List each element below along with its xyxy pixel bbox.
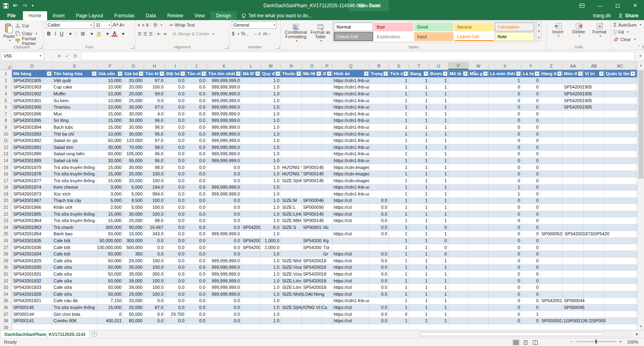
cell-Y16[interactable]: 0 — [522, 171, 540, 177]
cell-I12[interactable]: 0.0 — [165, 144, 186, 151]
select-all-corner[interactable] — [0, 62, 12, 70]
cell-U11[interactable]: 1 — [429, 137, 448, 144]
cell-AC24[interactable] — [605, 224, 636, 231]
cell-F4[interactable]: 10,000 — [97, 91, 123, 97]
cell-AC37[interactable] — [605, 311, 636, 318]
cell-AB8[interactable] — [584, 117, 605, 124]
cell-D30[interactable]: SP542001830 — [12, 264, 52, 271]
cell-P12[interactable] — [322, 144, 332, 151]
cell-H34[interactable]: 100.0 — [144, 291, 165, 298]
cell-O11[interactable] — [302, 137, 322, 144]
cell-E29[interactable]: Cafe sữa — [52, 257, 97, 264]
cell-T35[interactable]: 1 — [409, 298, 429, 305]
cell-G19[interactable]: 5,000 — [123, 191, 144, 198]
cell-V20[interactable] — [448, 198, 469, 204]
cell-AB17[interactable] — [584, 177, 605, 184]
cell-D28[interactable]: SP542001834 — [12, 251, 52, 257]
cell-H12[interactable]: 98.0 — [144, 144, 165, 151]
cell-K13[interactable]: 999,999,999.0 — [207, 151, 242, 158]
cell-S22[interactable]: 1 — [389, 211, 409, 218]
cell-Y17[interactable]: 0 — [522, 177, 540, 184]
cell-T29[interactable]: 1 — [409, 257, 429, 264]
cell-AA6[interactable]: SP542001905 — [563, 104, 584, 111]
cell-S29[interactable]: 1 — [389, 257, 409, 264]
cell-F3[interactable]: 10,000 — [97, 84, 123, 91]
cell-J35[interactable]: 0.0 — [186, 298, 207, 305]
zoom-slider-thumb[interactable] — [595, 340, 597, 344]
cell-I20[interactable]: 0.0 — [165, 198, 186, 204]
cell-D7[interactable]: SP542001896 — [12, 111, 52, 117]
cell-N32[interactable]: SIZE:Lớn| — [281, 278, 302, 284]
cell-U29[interactable]: 1 — [429, 257, 448, 264]
cell-G13[interactable]: 105,000 — [123, 151, 144, 158]
cell-X17[interactable]: 0 — [489, 177, 522, 184]
cell-AA19[interactable] — [563, 191, 584, 198]
cell-Y30[interactable]: 0 — [522, 264, 540, 271]
cell-X16[interactable]: 0 — [489, 171, 522, 177]
align-middle-icon[interactable]: ≡ — [142, 23, 144, 27]
cell-AB21[interactable] — [584, 204, 605, 211]
cell-Q10[interactable]: https://cdn1-fnb-use — [332, 131, 369, 138]
cell-P13[interactable] — [322, 151, 332, 158]
cell-H8[interactable]: 96.0 — [144, 117, 165, 124]
cell-Y31[interactable]: 0 — [522, 271, 540, 278]
cell-L37[interactable] — [242, 311, 261, 318]
cell-Z9[interactable] — [540, 124, 563, 131]
cell-I3[interactable]: 0.0 — [165, 84, 186, 91]
column-header-R[interactable]: R — [369, 62, 389, 70]
cell-E19[interactable]: Xúc xích — [52, 191, 97, 198]
cell-E6[interactable]: Tiramisu — [52, 104, 97, 111]
cell-J12[interactable]: 0.0 — [186, 144, 207, 151]
cell-R28[interactable]: 0.0 — [369, 251, 389, 257]
font-size-combo[interactable]: 11▾ — [94, 21, 112, 29]
column-header-V[interactable]: V — [448, 62, 469, 70]
cell-AC27[interactable] — [605, 244, 636, 251]
cell-R4[interactable] — [369, 91, 389, 97]
cell-W8[interactable] — [469, 117, 489, 124]
cell-G36[interactable]: 20,000 — [123, 304, 144, 311]
cell-F29[interactable]: 50,000 — [97, 257, 123, 264]
cell-AC31[interactable] — [605, 271, 636, 278]
cell-J19[interactable]: 0.0 — [186, 191, 207, 198]
zoom-out-icon[interactable]: − — [570, 339, 572, 344]
cell-AB22[interactable] — [584, 211, 605, 218]
cell-Q4[interactable]: https://cdn1-fnb-use — [332, 91, 369, 97]
cell-S9[interactable]: 1 — [389, 124, 409, 131]
cell-L21[interactable] — [242, 204, 261, 211]
cell-Z32[interactable] — [540, 278, 563, 284]
cell-U2[interactable]: 1 — [429, 77, 448, 84]
cell-D13[interactable]: SP542001890 — [12, 151, 52, 158]
cell-L31[interactable] — [242, 271, 261, 278]
ribbon-tab-view[interactable]: View — [189, 11, 211, 20]
cell-S4[interactable]: 1 — [389, 91, 409, 97]
cell-Q21[interactable]: https://cd — [332, 204, 369, 211]
cell-J38[interactable]: 0.0 — [186, 317, 207, 324]
cell-F39[interactable] — [97, 324, 123, 330]
cell-N21[interactable]: SIZE:L — [281, 204, 302, 211]
cell-H31[interactable]: 300.0 — [144, 271, 165, 278]
filter-dropdown-icon[interactable]: ▼ — [599, 71, 604, 76]
cell-N19[interactable] — [281, 191, 302, 198]
cell-R3[interactable] — [369, 84, 389, 91]
row-number[interactable]: 34 — [0, 291, 12, 298]
cell-AC34[interactable] — [605, 291, 636, 298]
cell-N8[interactable] — [281, 117, 302, 124]
cell-R36[interactable]: 0.0 — [369, 304, 389, 311]
cell-Q30[interactable]: https://cd — [332, 264, 369, 271]
cell-K31[interactable]: 999,999,999.0 — [207, 271, 242, 278]
cell-N2[interactable] — [281, 77, 302, 84]
cell-O21[interactable]: SP000090 — [302, 204, 322, 211]
cell-D26[interactable]: SP542001835 — [12, 237, 52, 244]
cell-F12[interactable]: 30,000 — [97, 144, 123, 151]
delete-cells-button[interactable]: Delete▾ — [570, 21, 588, 38]
cell-N33[interactable]: SIZE:Lớn| — [281, 284, 302, 291]
cell-H39[interactable] — [144, 324, 165, 330]
cell-W21[interactable] — [469, 204, 489, 211]
cell-E2[interactable]: Việt quất — [52, 77, 97, 84]
cell-V24[interactable] — [448, 224, 469, 231]
cell-N23[interactable]: SIZE:M|HU — [281, 217, 302, 224]
cell-N15[interactable]: HƯƠNG V — [281, 164, 302, 171]
cell-K34[interactable]: 999,999,999.0 — [207, 291, 242, 298]
cell-M5[interactable]: 1.0 — [261, 97, 281, 104]
cell-style-neutral[interactable]: Neutral — [454, 23, 494, 31]
